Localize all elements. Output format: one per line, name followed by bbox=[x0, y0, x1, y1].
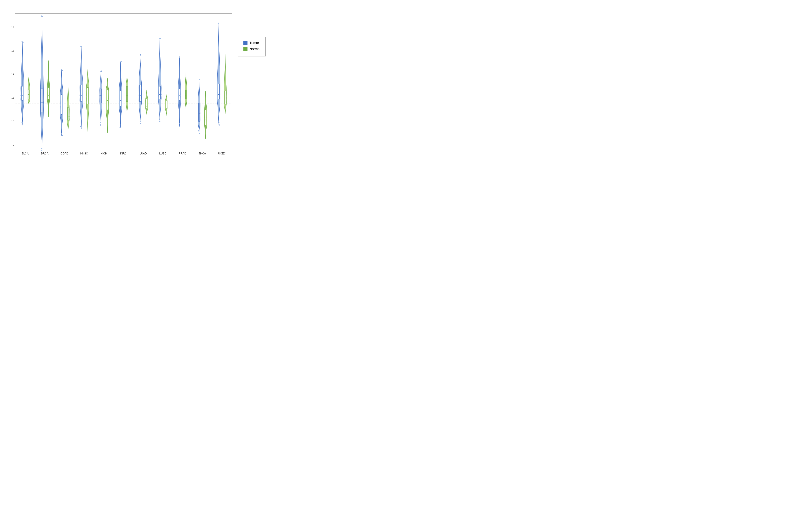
normal-box-LUAD bbox=[146, 99, 147, 109]
tumor-dot bbox=[41, 150, 42, 151]
tumor-dot bbox=[179, 125, 180, 126]
legend-item-normal: Normal bbox=[243, 47, 260, 51]
tumor-dot bbox=[140, 54, 141, 55]
legend-item-tumor: Tumor bbox=[243, 41, 260, 45]
tumor-dot bbox=[21, 41, 22, 42]
tumor-dot bbox=[42, 16, 43, 17]
legend-color-tumor bbox=[243, 41, 248, 45]
tumor-dot bbox=[61, 133, 62, 134]
tumor-dot bbox=[80, 125, 81, 126]
tumor-dot bbox=[140, 121, 141, 122]
tumor-dot bbox=[159, 38, 160, 39]
x-tick-BLCA: BLCA bbox=[16, 152, 34, 155]
tumor-dot bbox=[219, 124, 220, 125]
tumor-box-COAD bbox=[61, 95, 62, 114]
y-tick-labels: 91011121314 bbox=[8, 13, 15, 152]
y-tick-13: 13 bbox=[11, 49, 14, 52]
y-tick-12: 12 bbox=[11, 73, 14, 76]
tumor-dot bbox=[198, 130, 199, 131]
normal-box-BRCA bbox=[48, 88, 49, 99]
x-tick-labels: BLCABRCACOADHNSCKICHKIRCLUADLUSCPRADTHCA… bbox=[15, 152, 232, 155]
normal-box-THCA bbox=[205, 110, 206, 125]
tumor-dot bbox=[62, 135, 63, 136]
y-tick-10: 10 bbox=[11, 120, 14, 123]
x-tick-LUSC: LUSC bbox=[154, 152, 171, 155]
tumor-dot bbox=[199, 79, 200, 80]
tumor-box-HNSC bbox=[81, 85, 82, 102]
normal-box-UCEC bbox=[225, 91, 226, 104]
tumor-dot bbox=[218, 23, 219, 24]
tumor-box-LUSC bbox=[159, 87, 160, 99]
normal-box-LUSC bbox=[166, 100, 167, 109]
tumor-box-BLCA bbox=[22, 87, 23, 100]
chart-title bbox=[0, 0, 271, 7]
y-tick-11: 11 bbox=[11, 96, 14, 99]
tumor-dot bbox=[100, 71, 101, 72]
tumor-dot bbox=[81, 46, 82, 47]
tumor-dot bbox=[21, 124, 22, 125]
legend-color-normal bbox=[243, 47, 248, 51]
tumor-box-LUAD bbox=[140, 85, 141, 102]
tumor-dot bbox=[120, 61, 121, 62]
tumor-dot bbox=[81, 128, 82, 129]
tumor-dot bbox=[159, 119, 160, 120]
tumor-dot bbox=[179, 123, 180, 124]
tumor-dot bbox=[62, 70, 63, 71]
tumor-box-THCA bbox=[199, 103, 200, 121]
legend-label-normal: Normal bbox=[250, 47, 260, 51]
tumor-dot bbox=[80, 46, 81, 47]
x-tick-KICH: KICH bbox=[95, 152, 112, 155]
tumor-dot bbox=[179, 57, 180, 58]
chart-container: 91011121314 BLCABRCACOADHNSCKICHKIRCLUAD… bbox=[0, 0, 271, 169]
normal-box-KIRC bbox=[126, 87, 128, 102]
tumor-dot bbox=[22, 122, 23, 123]
tumor-dot bbox=[100, 124, 101, 125]
tumor-box-UCEC bbox=[218, 84, 219, 99]
legend: TumorNormal bbox=[238, 37, 266, 56]
tumor-dot bbox=[41, 148, 42, 149]
tumor-dot bbox=[218, 122, 219, 123]
tumor-dot bbox=[140, 123, 141, 124]
x-tick-PRAD: PRAD bbox=[174, 152, 191, 155]
legend-label-tumor: Tumor bbox=[250, 41, 259, 45]
normal-box-COAD bbox=[67, 108, 69, 120]
y-tick-9: 9 bbox=[13, 143, 14, 146]
tumor-dot bbox=[199, 133, 200, 134]
tumor-dot bbox=[119, 127, 120, 128]
normal-box-HNSC bbox=[87, 88, 88, 104]
x-tick-HNSC: HNSC bbox=[75, 152, 93, 155]
normal-box-KICH bbox=[107, 90, 108, 110]
tumor-box-PRAD bbox=[179, 89, 180, 100]
x-tick-KIRC: KIRC bbox=[115, 152, 132, 155]
x-tick-THCA: THCA bbox=[194, 152, 211, 155]
tumor-dot bbox=[120, 124, 121, 125]
tumor-dot bbox=[121, 61, 122, 62]
tumor-dot bbox=[100, 122, 101, 123]
x-tick-COAD: COAD bbox=[56, 152, 73, 155]
tumor-dot bbox=[22, 42, 23, 43]
normal-box-PRAD bbox=[186, 90, 186, 99]
y-tick-14: 14 bbox=[11, 26, 14, 29]
x-tick-BRCA: BRCA bbox=[36, 152, 53, 155]
tumor-dot bbox=[159, 121, 160, 122]
x-tick-UCEC: UCEC bbox=[213, 152, 231, 155]
x-tick-LUAD: LUAD bbox=[135, 152, 152, 155]
chart-area bbox=[15, 13, 232, 152]
tumor-box-KIRC bbox=[120, 91, 121, 106]
tumor-box-BRCA bbox=[41, 89, 43, 112]
violin-chart bbox=[15, 14, 232, 152]
